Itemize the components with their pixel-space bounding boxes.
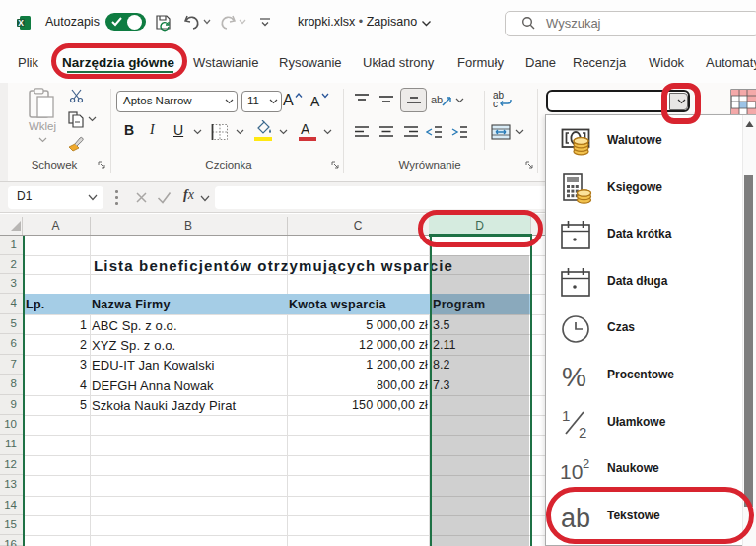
svg-text:2: 2 [579,424,586,440]
svg-text:2: 2 [583,456,589,471]
svg-text:%: % [562,362,586,392]
svg-text:10: 10 [560,460,583,483]
svg-text:1: 1 [562,408,570,424]
svg-text:ab: ab [431,94,443,105]
svg-text:c: c [493,99,498,109]
svg-text:X: X [18,18,24,28]
